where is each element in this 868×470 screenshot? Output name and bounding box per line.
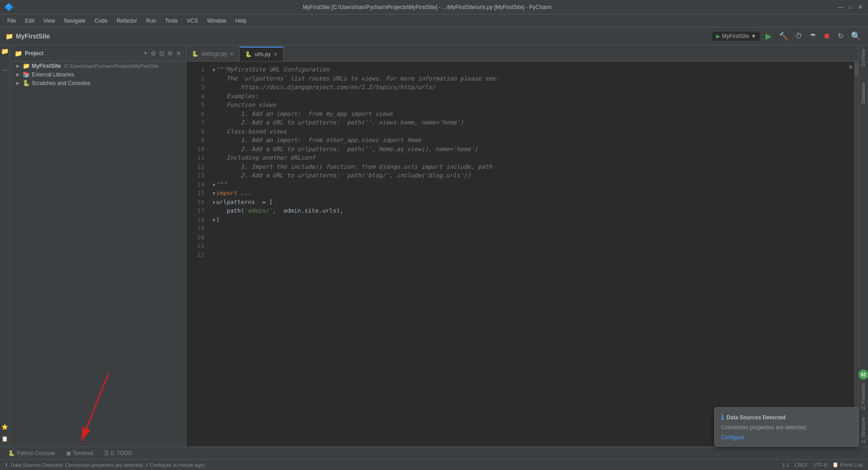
code-line-1: ▼"""MyFirstSite URL Configuration — [212, 65, 849, 74]
line-num: 12 — [186, 162, 204, 171]
line-separator[interactable]: CRLF — [794, 462, 807, 468]
line-num: 19 — [186, 224, 204, 233]
notification-badge[interactable]: 62 — [859, 370, 868, 380]
event-log[interactable]: 📋 Event Log — [832, 462, 863, 468]
menu-file[interactable]: File — [4, 17, 19, 25]
structure-label[interactable]: Z: Structure — [859, 413, 868, 446]
code-line-14: 2. Add a URL to urlpatterns: path('blog/… — [212, 171, 849, 180]
line-num: 16 — [186, 198, 204, 207]
code-line-15: ▼""" — [212, 180, 849, 189]
notification-popup: ℹ Data Sources Detected Connection prope… — [714, 407, 859, 446]
menu-help[interactable]: Help — [232, 17, 250, 25]
run-config-dropdown[interactable]: ▶ MyFirstSite ▼ — [712, 32, 760, 41]
todo-label: 6: TODO — [111, 450, 132, 456]
editor-close-icon[interactable]: ✕ — [848, 63, 854, 71]
close-tab-settings-icon[interactable]: ✕ — [230, 51, 234, 57]
collapse-icon[interactable]: ⊟ — [159, 50, 165, 57]
minimize-button[interactable]: — — [837, 4, 844, 10]
configure-link[interactable]: Configure — [721, 434, 745, 441]
tree-item-myfirstsite[interactable]: ▶ 📁 MyFirstSite C:\Users\han\PycharmProj… — [10, 62, 186, 70]
database-label[interactable]: Database — [859, 79, 868, 108]
badge-count: 62 — [859, 370, 868, 380]
line-num: 15 — [186, 189, 204, 198]
menu-window[interactable]: Window — [203, 17, 230, 25]
warning-icon: ℹ — [5, 462, 7, 468]
statusbar-right: 1:1 CRLF UTF-8 📋 Event Log — [782, 462, 863, 468]
charset[interactable]: UTF-8 — [813, 462, 827, 468]
python-console-icon: 🐍 — [8, 450, 15, 456]
profile-button[interactable]: ⏱ — [793, 30, 804, 42]
code-line-12: Including another URLconf — [212, 153, 849, 162]
terminal-icon: ▣ — [66, 450, 71, 456]
tree-item-scratches[interactable]: ▶ 🐍 Scratches and Consoles — [10, 79, 186, 87]
menu-view[interactable]: View — [40, 17, 59, 25]
project-tool-icon[interactable]: 📁 — [1, 47, 9, 55]
main-layout: 📁 1 ⭐ 📋 📁 Project ▼ ⚙ ⊟ ⚙ ✕ ▶ 📁 MyFirstS… — [0, 45, 868, 446]
code-line-9: Class-based views — [212, 127, 849, 136]
code-line-8: 2. Add a URL to urlpatterns: path('', vi… — [212, 118, 849, 127]
tree-item-label: MyFirstSite — [32, 63, 61, 69]
line-num: 9 — [186, 136, 204, 145]
project-icon-label: 📁 MyFirstSite — [5, 33, 50, 40]
folder-icon: 📁 — [5, 33, 13, 40]
sidebar-icons: ⚙ ⊟ ⚙ ✕ — [151, 50, 181, 57]
close-tab-urls-icon[interactable]: ✕ — [274, 52, 278, 57]
menu-edit[interactable]: Edit — [21, 17, 38, 25]
code-content[interactable]: ▼"""MyFirstSite URL Configuration The `u… — [207, 62, 854, 446]
tab-urls[interactable]: 🐍 urls.py ✕ — [240, 47, 283, 61]
menu-navigate[interactable]: Navigate — [61, 17, 89, 25]
menu-vcs[interactable]: VCS — [183, 17, 202, 25]
tree-item-external-libraries[interactable]: ▶ 📚 External Libraries — [10, 70, 186, 79]
structure-tool-icon[interactable]: 1 — [1, 66, 9, 74]
menu-run[interactable]: Run — [142, 17, 160, 25]
close-button[interactable]: ✕ — [857, 4, 863, 10]
folder-icon: 📁 — [23, 62, 30, 69]
terminal-tab[interactable]: ▣ Terminal — [61, 447, 98, 459]
line-num: 2 — [186, 74, 204, 83]
line-num: 3 — [186, 83, 204, 92]
python-console-tab[interactable]: 🐍 Python Console — [4, 447, 60, 459]
tree-item-external-label: External Libraries — [32, 71, 74, 78]
dropdown-arrow-icon: ▼ — [751, 33, 756, 39]
line-num: 10 — [186, 145, 204, 154]
stop-button[interactable]: ⏹ — [821, 30, 832, 42]
maximize-button[interactable]: □ — [847, 4, 854, 10]
window-controls: — □ ✕ — [837, 4, 863, 10]
coverage-button[interactable]: ☂ — [808, 30, 818, 42]
favorites-label[interactable]: Z: Favorites — [859, 380, 868, 413]
activity-bar: 📁 1 ⭐ 📋 — [0, 45, 10, 446]
code-line-20: path('admin/', admin.site.urls), — [212, 206, 849, 215]
favorites-icon[interactable]: ⭐ — [1, 423, 9, 431]
minimap-scrollbar[interactable] — [854, 62, 858, 446]
bottom-toolbar: 🐍 Python Console ▣ Terminal ☰ 6: TODO — [0, 446, 868, 459]
commit-icon[interactable]: 📋 — [1, 435, 9, 443]
search-everywhere-button[interactable]: 🔍 — [849, 29, 863, 43]
toolbar: 📁 MyFirstSite ▶ MyFirstSite ▼ ▶ 🔨 ⏱ ☂ ⏹ … — [0, 27, 868, 45]
scrollbar-thumb[interactable] — [855, 62, 858, 76]
sciview-label[interactable]: SciView — [859, 45, 868, 70]
project-dropdown-arrow[interactable]: ▼ — [143, 51, 148, 56]
cursor-position[interactable]: 1:1 — [782, 462, 789, 468]
code-line-21: ▼] — [212, 215, 849, 224]
rerun-button[interactable]: ↻ — [836, 30, 845, 42]
code-line-7: 1. Add an import: from my_app import vie… — [212, 109, 849, 119]
line-numbers: 1 2 3 4 5 6 7 8 9 10 11 12 13 14 15 16 1… — [186, 62, 207, 446]
notification-body: Connection properties are detected. — [721, 424, 852, 431]
todo-tab[interactable]: ☰ 6: TODO — [99, 447, 137, 459]
hide-sidebar-icon[interactable]: ✕ — [176, 50, 181, 57]
line-num: 20 — [186, 233, 204, 242]
code-line-19: ▼urlpatterns = [ — [212, 198, 849, 207]
sidebar: 📁 Project ▼ ⚙ ⊟ ⚙ ✕ ▶ 📁 MyFirstSite C:\U… — [10, 45, 186, 446]
settings-icon[interactable]: ⚙ — [167, 50, 173, 57]
build-button[interactable]: 🔨 — [777, 30, 790, 42]
statusbar: ℹ Data Sources Detected: Connection prop… — [0, 459, 868, 470]
menu-tools[interactable]: Tools — [161, 17, 181, 25]
sync-icon[interactable]: ⚙ — [151, 50, 156, 57]
menu-code[interactable]: Code — [91, 17, 111, 25]
sidebar-title: Project — [25, 50, 141, 57]
tab-settings[interactable]: 🐍 settings.py ✕ — [186, 47, 240, 61]
menu-refactor[interactable]: Refactor — [113, 17, 141, 25]
line-num: 6 — [186, 109, 204, 119]
run-config-name: MyFirstSite — [722, 33, 749, 39]
run-button[interactable]: ▶ — [764, 29, 774, 43]
